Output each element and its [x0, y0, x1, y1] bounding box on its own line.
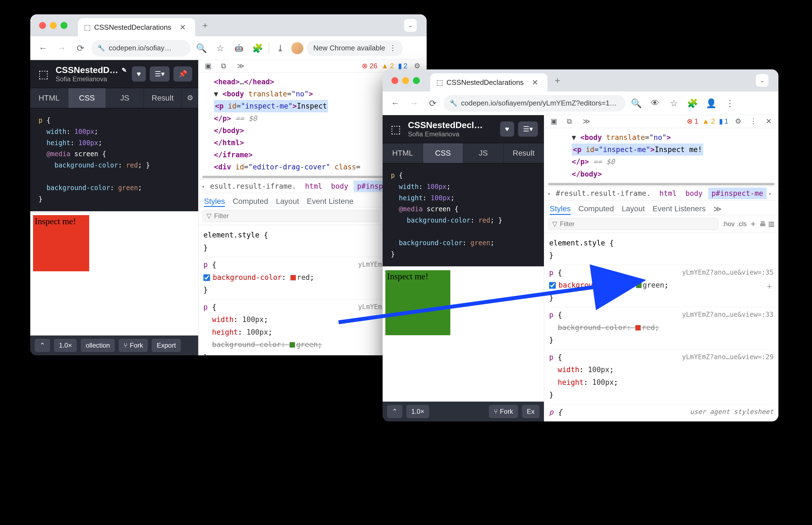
subtab-events[interactable]: Event Listene: [307, 197, 354, 207]
codepen-logo-icon[interactable]: ⬚: [389, 122, 403, 136]
crumb-iframe[interactable]: esult.result-iframe.: [207, 180, 299, 192]
robot-icon[interactable]: 🤖: [231, 41, 247, 56]
cls-toggle[interactable]: .cls: [737, 220, 747, 228]
tab-js[interactable]: JS: [463, 143, 504, 163]
tab-search-button[interactable]: ⌄: [756, 74, 768, 87]
address-bar[interactable]: 🔧 codepen.io/sofiayem/pen/yLmYEmZ?editor…: [444, 95, 625, 111]
close-window-icon[interactable]: [391, 77, 398, 84]
layout-button[interactable]: ☰▾: [150, 66, 170, 81]
close-tab-icon[interactable]: ✕: [532, 78, 538, 87]
subtab-layout[interactable]: Layout: [622, 205, 645, 215]
incognito-icon[interactable]: 👁: [647, 95, 663, 111]
property-toggle[interactable]: [203, 274, 210, 281]
color-swatch-icon[interactable]: [635, 325, 641, 331]
devtools-settings-icon[interactable]: ⚙: [732, 116, 744, 127]
editor-settings-icon[interactable]: ⚙: [182, 88, 198, 108]
reload-button[interactable]: ⟳: [425, 95, 440, 111]
console-toggle[interactable]: ⌃: [35, 339, 50, 352]
forward-button[interactable]: →: [406, 95, 422, 111]
update-chrome-button[interactable]: New Chrome available ⋮: [307, 41, 403, 56]
styles-filter-input[interactable]: ▽ Filter: [548, 218, 718, 230]
pin-button[interactable]: 📌: [173, 66, 192, 81]
color-swatch-icon[interactable]: [636, 283, 642, 288]
back-button[interactable]: ←: [35, 41, 51, 56]
extensions-icon[interactable]: 🧩: [250, 41, 265, 56]
dom-scrollbar[interactable]: [548, 183, 775, 185]
fork-button[interactable]: ⑂ Fork: [489, 405, 518, 418]
tab-js[interactable]: JS: [106, 88, 144, 108]
zoom-icon[interactable]: 🔍: [629, 95, 644, 111]
close-tab-icon[interactable]: ✕: [179, 23, 186, 32]
codepen-logo-icon[interactable]: ⬚: [36, 67, 51, 81]
crumb-html[interactable]: html: [656, 188, 680, 199]
info-count[interactable]: ▮ 2: [398, 62, 407, 70]
collection-button[interactable]: ollection: [81, 339, 115, 352]
love-button[interactable]: ♥: [500, 121, 514, 137]
export-button[interactable]: Export: [152, 339, 181, 352]
devtools-close-icon[interactable]: ✕: [763, 116, 775, 127]
browser-tab[interactable]: ⬚ CSSNestedDeclarations ✕: [430, 73, 547, 91]
add-property-icon[interactable]: ＋: [765, 279, 774, 294]
tab-html[interactable]: HTML: [382, 143, 423, 163]
crumb-body[interactable]: body: [682, 188, 706, 199]
computed-toggle-icon[interactable]: ▥: [768, 220, 775, 228]
downloads-icon[interactable]: ⤓: [272, 41, 288, 56]
inspect-me-element[interactable]: Inspect me!: [33, 215, 89, 271]
browser-tab[interactable]: ⬚ CSSNestedDeclarations ✕: [78, 18, 195, 36]
styles-filter-input[interactable]: ▽ Filter: [202, 210, 379, 222]
tab-result[interactable]: Result: [144, 88, 182, 108]
dom-tree[interactable]: ▼ <body translate="no"> <p id="inspect-m…: [544, 128, 778, 181]
subtab-layout[interactable]: Layout: [276, 197, 299, 207]
fork-button[interactable]: ⑂ Fork: [119, 339, 148, 352]
color-swatch-icon[interactable]: [291, 275, 296, 281]
minimize-window-icon[interactable]: [402, 77, 409, 84]
zoom-level[interactable]: 1.0×: [406, 405, 429, 418]
crumb-html[interactable]: html: [302, 180, 326, 192]
site-info-icon[interactable]: 🔧: [450, 100, 457, 107]
css-editor[interactable]: p { width: 100px; height: 100px; @media …: [30, 108, 198, 211]
device-mode-icon[interactable]: ⧉: [218, 60, 229, 72]
subtab-computed[interactable]: Computed: [233, 197, 268, 207]
zoom-level[interactable]: 1.0×: [54, 339, 77, 352]
reload-button[interactable]: ⟳: [73, 41, 88, 56]
crumb-next-icon[interactable]: ▸: [769, 190, 772, 197]
color-swatch-icon[interactable]: [290, 342, 295, 348]
error-count[interactable]: ⊗ 1: [687, 117, 698, 125]
error-count[interactable]: ⊗ 26: [362, 62, 377, 70]
warning-count[interactable]: ▲ 2: [381, 62, 394, 70]
close-window-icon[interactable]: [39, 22, 46, 29]
warning-count[interactable]: ▲ 2: [702, 117, 715, 125]
subtab-computed[interactable]: Computed: [578, 205, 614, 215]
subtab-more-icon[interactable]: ≫: [714, 205, 721, 215]
crumb-selected[interactable]: p#inspect-me: [708, 188, 767, 199]
styles-rules[interactable]: element.style {} yLmYEmZ?ano…ue&view=:35…: [544, 233, 778, 421]
tab-css[interactable]: CSS: [423, 143, 464, 163]
more-panels-icon[interactable]: ≫: [580, 116, 592, 127]
edit-title-icon[interactable]: ✎: [122, 67, 127, 74]
crumb-prev-icon[interactable]: ◂: [547, 190, 550, 197]
maximize-window-icon[interactable]: [413, 77, 420, 84]
inspect-element-icon[interactable]: ▣: [202, 60, 214, 72]
extensions-icon[interactable]: 🧩: [685, 95, 700, 111]
back-button[interactable]: ←: [388, 95, 403, 111]
inspect-me-element[interactable]: Inspect me!: [385, 270, 450, 335]
bookmark-icon[interactable]: ☆: [213, 41, 228, 56]
love-button[interactable]: ♥: [132, 66, 146, 81]
new-rule-icon[interactable]: ＋: [749, 218, 757, 229]
address-bar[interactable]: 🔧 codepen.io/sofiay…: [91, 40, 190, 57]
tab-result[interactable]: Result: [504, 143, 544, 163]
hov-toggle[interactable]: :hov: [722, 220, 735, 228]
export-button[interactable]: Ex: [522, 405, 540, 418]
tab-css[interactable]: CSS: [68, 88, 106, 108]
zoom-icon[interactable]: 🔍: [194, 41, 209, 56]
crumb-iframe[interactable]: #result.result-iframe.: [552, 188, 654, 199]
crumb-prev-icon[interactable]: ◂: [201, 183, 204, 190]
subtab-events[interactable]: Event Listeners: [653, 205, 706, 215]
new-tab-button[interactable]: ＋: [199, 19, 211, 31]
tab-html[interactable]: HTML: [30, 88, 68, 108]
devtools-menu-icon[interactable]: ⋮: [748, 116, 759, 127]
crumb-selected[interactable]: p#insp: [354, 180, 386, 192]
inspect-element-icon[interactable]: ▣: [548, 116, 560, 127]
console-toggle[interactable]: ⌃: [387, 405, 402, 418]
tab-search-button[interactable]: ⌄: [404, 19, 417, 32]
